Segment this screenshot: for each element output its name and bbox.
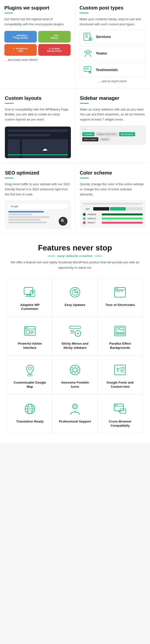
services-icon: $	[83, 32, 92, 42]
sidebar-dots: • • •	[82, 128, 144, 131]
color-scheme-top: Light	[83, 207, 143, 211]
color-dot-2	[83, 217, 86, 220]
sidebar-btn-add[interactable]: Add a Custom	[82, 137, 98, 142]
post-type-teams: Teams	[80, 46, 146, 60]
color-dot-3	[83, 221, 86, 224]
cross-browser-icon	[113, 402, 127, 416]
color-bar-dark	[93, 207, 109, 210]
svg-rect-3	[85, 37, 88, 38]
plugin-slider: ↻ SLIDERREVOLUTION	[38, 44, 70, 56]
plugins-and-more: ... and many more others!	[4, 58, 70, 62]
features-grid: Adaptive WP Customizer Easy Updates	[7, 278, 143, 434]
google-map-label: Customizable Google Map	[12, 381, 48, 389]
color-scheme-preview: Light #0d6b38 #46e271	[80, 200, 146, 228]
plugins-title: Plugins we support	[4, 5, 70, 11]
custom-layouts-green-line	[5, 103, 14, 104]
post-type-list: $ Services Teams	[80, 30, 146, 77]
svg-text:</>: </>	[116, 289, 123, 293]
shortcodes-icon: </>	[113, 285, 127, 300]
color-top-bar	[83, 203, 143, 205]
easy-updates-icon	[68, 285, 82, 300]
custom-layouts-title: Custom layouts	[5, 95, 71, 101]
professional-support-label: Professional Support	[59, 420, 91, 424]
easy-updates-label: Easy Updates	[64, 303, 85, 307]
plugins-description: Our theme has the highest level of compa…	[4, 17, 70, 27]
color-hex-2: #46e271	[88, 217, 100, 220]
seo-line-5	[8, 222, 47, 223]
color-scheme-green-line	[80, 178, 89, 178]
post-type-testimonials: ★ Testimonials	[80, 62, 146, 77]
sidebar-btn-sidebar[interactable]: Sidebar	[99, 137, 110, 142]
parallax-icon	[113, 324, 127, 338]
post-type-services: $ Services	[80, 30, 146, 44]
seo-preview: Google 🔍	[5, 200, 71, 229]
plugin-essential: ⚡ ESSENTIALGRID	[4, 44, 37, 56]
google-map-icon	[23, 363, 37, 377]
plugin-wpbakery: ☁ WPBakeryPage Builder	[4, 31, 37, 42]
fontello-label: Awesome Fontello Icons	[56, 381, 93, 389]
color-row-2: #46e271	[83, 217, 143, 220]
plugins-green-line	[4, 13, 13, 14]
custom-post-types-column: Custom post types Make your contents han…	[75, 0, 150, 88]
professional-support-icon	[68, 402, 82, 416]
svg-point-26	[116, 288, 116, 289]
color-hex-3: #f04e77	[88, 222, 100, 224]
feature-professional-support: Professional Support	[52, 394, 98, 434]
teams-icon	[83, 49, 92, 58]
svg-point-67	[116, 404, 117, 406]
svg-point-27	[117, 288, 118, 289]
custom-layouts-section: Custom layouts Due to compatibility with…	[0, 88, 150, 162]
svg-point-22	[74, 292, 76, 293]
plugins-column: Plugins we support Our theme has the hig…	[0, 0, 75, 88]
color-row-1: #0d6b38	[83, 213, 143, 216]
sidebar-row-1: Contents Widgets & More Here Recent post…	[82, 132, 144, 136]
svg-rect-11	[87, 68, 88, 69]
svg-point-66	[115, 404, 116, 406]
sidebar-btn-widgets[interactable]: Widgets & More Here	[96, 132, 118, 136]
feature-google-map: Customizable Google Map	[7, 356, 52, 394]
color-scheme-title: Color scheme	[80, 170, 146, 176]
svg-point-35	[27, 327, 28, 328]
svg-point-7	[84, 51, 86, 53]
seo-green-line	[5, 178, 14, 178]
translation-label: Translation Ready	[16, 420, 44, 424]
svg-point-8	[90, 51, 92, 53]
svg-point-6	[86, 50, 89, 53]
svg-point-46	[28, 367, 32, 370]
page-wrapper: Plugins we support Our theme has the hig…	[0, 0, 150, 443]
sidebar-btn-contents[interactable]: Contents	[82, 132, 95, 136]
svg-rect-36	[70, 326, 80, 328]
layout-preview: ☁	[5, 126, 71, 158]
search-icon-container: 🔍	[59, 217, 68, 226]
layout-green-bar	[8, 154, 68, 155]
color-swatch-2	[102, 218, 143, 220]
adaptive-wp-icon	[23, 285, 37, 300]
layout-content: ☁	[8, 139, 68, 158]
cloud-icon: ☁	[42, 146, 48, 152]
svg-text:$: $	[90, 38, 91, 40]
sidebar-row-2: Add a Custom Sidebar	[82, 137, 144, 142]
svg-rect-2	[85, 36, 88, 36]
features-description: We offer a feature-rich and highly funct…	[7, 260, 143, 270]
testimonials-label: Testimonials	[96, 68, 118, 72]
seo-optimized-column: SEO optimized Drag more traffic to your …	[0, 163, 75, 234]
plugins-custom-post-section: Plugins we support Our theme has the hig…	[0, 0, 150, 88]
sidebar-manager-green-line	[80, 103, 89, 104]
seo-line-4	[8, 219, 41, 220]
features-title: Features never stop	[7, 244, 143, 252]
color-dropdown[interactable]: Light	[83, 207, 92, 211]
search-icon: 🔍	[60, 218, 66, 224]
adaptive-wp-label: Adaptive WP Customizer	[12, 303, 48, 311]
feature-easy-updates: Easy Updates	[52, 278, 98, 317]
seo-line-blue	[8, 211, 44, 212]
layout-bar-2	[8, 134, 50, 136]
translation-icon	[23, 402, 37, 416]
svg-rect-1	[85, 34, 89, 35]
sidebar-btn-recent[interactable]: Recent posts	[119, 132, 135, 136]
color-row-3: #f04e77	[83, 221, 143, 224]
color-bar-light	[126, 207, 143, 210]
custom-layouts-left: Custom layouts Due to compatibility with…	[0, 88, 75, 162]
google-text: Google	[11, 205, 18, 208]
svg-point-34	[25, 327, 26, 328]
color-bar-container	[93, 207, 143, 210]
